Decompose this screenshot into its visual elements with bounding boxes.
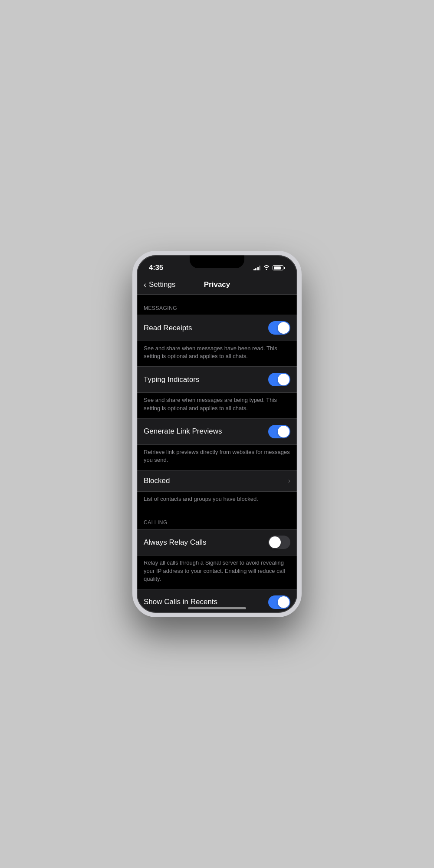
always-relay-rows: Always Relay Calls bbox=[137, 529, 297, 556]
wifi-icon bbox=[263, 265, 270, 271]
read-receipts-row: Read Receipts bbox=[137, 315, 297, 341]
link-previews-rows: Generate Link Previews bbox=[137, 418, 297, 445]
link-previews-row: Generate Link Previews bbox=[137, 419, 297, 444]
typing-indicators-label: Typing Indicators bbox=[144, 375, 200, 384]
blocked-chevron-icon: › bbox=[288, 477, 290, 485]
show-calls-toggle[interactable] bbox=[268, 595, 290, 609]
calling-section-header: CALLING bbox=[137, 509, 297, 529]
always-relay-calls-row: Always Relay Calls bbox=[137, 529, 297, 555]
blocked-label: Blocked bbox=[144, 477, 170, 485]
home-indicator bbox=[188, 607, 246, 609]
nav-bar: ‹ Settings Privacy bbox=[137, 276, 297, 295]
page-title: Privacy bbox=[204, 280, 230, 289]
read-receipts-toggle-thumb bbox=[278, 322, 289, 334]
back-label: Settings bbox=[149, 280, 175, 289]
typing-indicators-rows: Typing Indicators bbox=[137, 366, 297, 393]
always-relay-description: Relay all calls through a Signal server … bbox=[137, 556, 297, 589]
link-previews-toggle-thumb bbox=[278, 426, 289, 437]
read-receipts-toggle[interactable] bbox=[268, 321, 290, 335]
back-chevron-icon: ‹ bbox=[144, 280, 146, 289]
typing-indicators-toggle[interactable] bbox=[268, 373, 290, 386]
back-button[interactable]: ‹ Settings bbox=[144, 280, 175, 289]
phone-frame: 4:35 bbox=[132, 251, 302, 617]
typing-indicators-description: See and share when messages are being ty… bbox=[137, 393, 297, 418]
show-calls-label: Show Calls in Recents bbox=[144, 598, 217, 606]
read-receipts-description: See and share when messages have been re… bbox=[137, 341, 297, 366]
messaging-section-header: MESSAGING bbox=[137, 295, 297, 315]
typing-indicators-row: Typing Indicators bbox=[137, 367, 297, 392]
messaging-rows: Read Receipts bbox=[137, 315, 297, 341]
link-previews-label: Generate Link Previews bbox=[144, 427, 222, 436]
blocked-rows: Blocked › bbox=[137, 470, 297, 492]
status-icons bbox=[253, 265, 286, 271]
always-relay-calls-toggle-thumb bbox=[269, 536, 281, 548]
link-previews-description: Retrieve link previews directly from web… bbox=[137, 445, 297, 470]
link-previews-toggle[interactable] bbox=[268, 425, 290, 438]
notch bbox=[190, 255, 244, 268]
battery-icon bbox=[273, 265, 285, 270]
blocked-row[interactable]: Blocked › bbox=[137, 470, 297, 491]
read-receipts-label: Read Receipts bbox=[144, 324, 192, 332]
show-calls-toggle-thumb bbox=[278, 596, 289, 608]
typing-indicators-toggle-thumb bbox=[278, 374, 289, 385]
screen[interactable]: ‹ Settings Privacy MESSAGING Read Receip… bbox=[137, 276, 297, 613]
always-relay-calls-toggle[interactable] bbox=[268, 536, 290, 549]
blocked-description: List of contacts and groups you have blo… bbox=[137, 492, 297, 509]
signal-icon bbox=[253, 265, 261, 270]
always-relay-calls-label: Always Relay Calls bbox=[144, 538, 207, 547]
status-time: 4:35 bbox=[149, 263, 163, 272]
